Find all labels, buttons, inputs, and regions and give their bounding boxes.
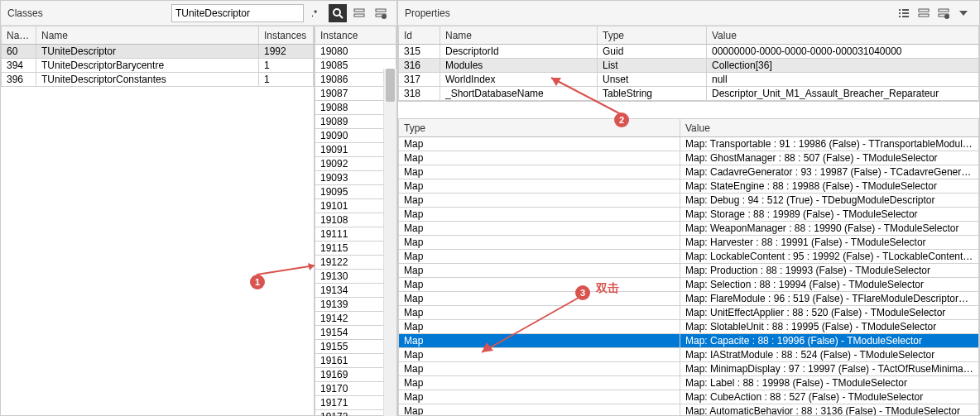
module-type: Map [399, 137, 680, 151]
class-count: 1 [259, 73, 314, 87]
module-value: Map: MinimapDisplay : 97 : 19997 (False)… [680, 362, 979, 376]
prop-value: 00000000-0000-0000-0000-000031040000 [707, 45, 979, 59]
col-instance[interactable]: Instance [315, 26, 396, 45]
property-row[interactable]: 317WorldIndexUnsetnull [399, 73, 979, 87]
classes-table[interactable]: Name Name Instances 60TUniteDescriptor19… [1, 26, 314, 87]
col-prop-id[interactable]: Id [399, 26, 440, 45]
class-row[interactable]: 396TUniteDescriptorConstantes1 [2, 73, 314, 87]
module-row[interactable]: MapMap: Production : 88 : 19993 (False) … [399, 264, 979, 278]
grid-view-icon[interactable] [915, 4, 933, 22]
col-id[interactable]: Name [2, 26, 36, 45]
module-row[interactable]: MapMap: Debug : 94 : 512 (True) - TDebug… [399, 194, 979, 208]
module-row[interactable]: MapMap: Capacite : 88 : 19996 (False) - … [399, 334, 979, 348]
property-row[interactable]: 318_ShortDatabaseNameTableStringDescript… [399, 87, 979, 101]
class-row[interactable]: 60TUniteDescriptor1992 [2, 45, 314, 59]
prop-type: TableString [598, 87, 707, 101]
module-row[interactable]: MapMap: SlotableUnit : 88 : 19995 (False… [399, 320, 979, 334]
module-value: Map: CubeAction : 88 : 527 (False) - TMo… [680, 390, 979, 404]
properties-table[interactable]: Id Name Type Value 315DescriptorIdGuid00… [398, 26, 979, 101]
module-value: Map: Capacite : 88 : 19996 (False) - TMo… [680, 334, 979, 348]
module-type: Map [399, 376, 680, 390]
class-name: TUniteDescriptor [36, 45, 259, 59]
svg-rect-4 [354, 14, 364, 17]
svg-marker-13 [959, 11, 968, 16]
action-icon[interactable] [934, 4, 953, 22]
module-type: Map [399, 306, 680, 320]
module-row[interactable]: MapMap: MinimapDisplay : 97 : 19997 (Fal… [399, 362, 979, 376]
classes-header: Classes .* [1, 1, 396, 26]
module-row[interactable]: MapMap: WeaponManager : 88 : 19990 (Fals… [399, 222, 979, 236]
module-value: Map: Transportable : 91 : 19986 (False) … [680, 137, 979, 151]
module-value: Map: Production : 88 : 19993 (False) - T… [680, 264, 979, 278]
dropdown-icon[interactable] [954, 4, 973, 22]
module-value: Map: AutomaticBehavior : 88 : 3136 (Fals… [680, 404, 979, 416]
instance-id: 19080 [315, 45, 396, 59]
module-row[interactable]: MapMap: IAStratModule : 88 : 524 (False)… [399, 348, 979, 362]
module-row[interactable]: MapMap: FlareModule : 96 : 519 (False) -… [399, 292, 979, 306]
collapse-icon[interactable] [372, 4, 390, 22]
col-mod-value[interactable]: Value [680, 119, 979, 137]
module-row[interactable]: MapMap: CubeAction : 88 : 527 (False) - … [399, 390, 979, 404]
module-value: Map: IAStratModule : 88 : 524 (False) - … [680, 348, 979, 362]
module-row[interactable]: MapMap: Storage : 88 : 19989 (False) - T… [399, 208, 979, 222]
module-type: Map [399, 222, 680, 236]
module-value: Map: Label : 88 : 19998 (False) - TModul… [680, 376, 979, 390]
module-value: Map: GhostManager : 88 : 507 (False) - T… [680, 151, 979, 165]
class-name: TUniteDescriptorBarycentre [36, 59, 259, 73]
class-id: 394 [2, 59, 36, 73]
module-row[interactable]: MapMap: Transportable : 91 : 19986 (Fals… [399, 137, 979, 151]
properties-title: Properties [405, 7, 450, 19]
properties-table-wrap: Id Name Type Value 315DescriptorIdGuid00… [398, 26, 979, 102]
module-value: Map: Harvester : 88 : 19991 (False) - TM… [680, 236, 979, 250]
col-prop-type[interactable]: Type [598, 26, 707, 45]
modules-table-wrap: Type Value MapMap: Transportable : 91 : … [398, 118, 979, 415]
module-row[interactable]: MapMap: LockableContent : 95 : 19992 (Fa… [399, 250, 979, 264]
class-count: 1992 [259, 45, 314, 59]
module-value: Map: WeaponManager : 88 : 19990 (False) … [680, 222, 979, 236]
module-row[interactable]: MapMap: StateEngine : 88 : 19988 (False)… [399, 179, 979, 194]
module-row[interactable]: MapMap: Label : 88 : 19998 (False) - TMo… [399, 376, 979, 390]
instance-row[interactable]: 19080 [315, 45, 396, 59]
prop-id: 317 [399, 73, 440, 87]
module-value: Map: LockableContent : 95 : 19992 (False… [680, 250, 979, 264]
prop-type: Guid [598, 45, 707, 59]
search-icon[interactable] [329, 4, 347, 22]
modules-table[interactable]: Type Value MapMap: Transportable : 91 : … [398, 118, 979, 415]
filter-regex-icon[interactable]: .* [307, 4, 325, 22]
module-row[interactable]: MapMap: AutomaticBehavior : 88 : 3136 (F… [399, 404, 979, 416]
module-type: Map [399, 165, 680, 179]
module-row[interactable]: MapMap: GhostManager : 88 : 507 (False) … [399, 151, 979, 165]
prop-value: null [707, 73, 979, 87]
module-type: Map [399, 194, 680, 208]
scrollbar-thumb[interactable] [386, 69, 395, 102]
module-type: Map [399, 264, 680, 278]
svg-rect-10 [939, 9, 949, 12]
module-type: Map [399, 362, 680, 376]
module-row[interactable]: MapMap: UnitEffectApplier : 88 : 520 (Fa… [399, 306, 979, 320]
col-mod-type[interactable]: Type [399, 119, 680, 137]
class-filter-input[interactable] [171, 4, 304, 22]
col-name[interactable]: Name [36, 26, 259, 45]
col-count[interactable]: Instances [259, 26, 314, 45]
svg-point-12 [944, 14, 949, 19]
module-row[interactable]: MapMap: Selection : 88 : 19994 (False) -… [399, 278, 979, 292]
prop-id: 318 [399, 87, 440, 101]
properties-pane: Properties Id Name Type Value 315Descrip… [397, 0, 980, 416]
col-prop-value[interactable]: Value [707, 26, 979, 45]
svg-point-1 [334, 9, 340, 16]
module-type: Map [399, 179, 680, 194]
class-row[interactable]: 394TUniteDescriptorBarycentre1 [2, 59, 314, 73]
class-id: 60 [2, 45, 36, 59]
list-view-icon[interactable] [895, 4, 913, 22]
classes-pane: Classes .* Name Name Instances 60TUniteD… [0, 0, 397, 416]
module-value: Map: UnitEffectApplier : 88 : 520 (False… [680, 306, 979, 320]
expand-icon[interactable] [350, 4, 368, 22]
module-type: Map [399, 348, 680, 362]
module-row[interactable]: MapMap: Harvester : 88 : 19991 (False) -… [399, 236, 979, 250]
prop-name: Modules [440, 59, 598, 73]
module-row[interactable]: MapMap: CadavreGenerator : 93 : 19987 (F… [399, 165, 979, 179]
property-row[interactable]: 316ModulesListCollection[36] [399, 59, 979, 73]
property-row[interactable]: 315DescriptorIdGuid00000000-0000-0000-00… [399, 45, 979, 59]
instance-scrollbar[interactable] [383, 69, 396, 416]
col-prop-name[interactable]: Name [440, 26, 598, 45]
